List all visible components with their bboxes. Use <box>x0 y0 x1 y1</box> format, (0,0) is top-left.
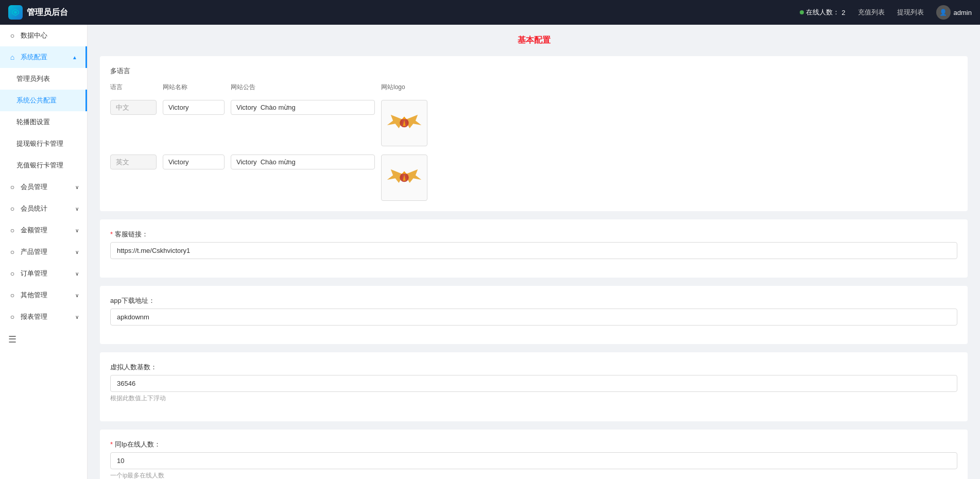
order-manage-chevron: ∨ <box>75 271 79 277</box>
other-manage-chevron: ∨ <box>75 293 79 298</box>
sidebar-item-banner[interactable]: 轮播图设置 <box>0 111 87 133</box>
header-logo: 管理员后台 <box>8 5 800 20</box>
online-dot <box>800 10 804 14</box>
lang-row-zh <box>110 100 957 146</box>
member-stats-chevron: ∨ <box>75 206 79 212</box>
online-number: 2 <box>841 9 845 16</box>
online-count-section: 在线人数： 2 <box>800 8 845 17</box>
same-ip-label: 同Ip在线人数： <box>110 440 957 449</box>
svg-marker-7 <box>402 171 407 174</box>
site-name-input-en[interactable] <box>163 155 225 169</box>
avatar-circle: 👤 <box>936 5 951 20</box>
customer-service-input[interactable] <box>110 242 957 259</box>
site-notice-input-zh[interactable] <box>231 100 375 115</box>
sidebar-label-data-center: 数据中心 <box>21 31 47 40</box>
sidebar-item-public-config[interactable]: 系统公共配置 <box>0 90 87 111</box>
sidebar-item-report-manage[interactable]: ○ 报表管理 ∨ <box>0 306 87 328</box>
sidebar-bottom-icon[interactable]: ☰ <box>0 328 87 351</box>
sidebar-label-report-manage: 报表管理 <box>21 312 47 321</box>
multilang-label: 多语言 <box>110 66 957 76</box>
admin-avatar[interactable]: 👤 admin <box>936 5 972 20</box>
product-manage-chevron: ∨ <box>75 249 79 255</box>
col-site-name: 网站名称 <box>163 83 187 91</box>
sidebar-label-other-manage: 其他管理 <box>21 290 47 300</box>
multilang-section: 多语言 语言 网站名称 网站公告 网站logo <box>100 56 968 211</box>
member-stats-icon: ○ <box>8 204 16 213</box>
header-title: 管理员后台 <box>27 7 68 18</box>
sidebar-item-system-config[interactable]: ⌂ 系统配置 ▲ <box>0 46 87 68</box>
sidebar-label-withdraw-card: 提现银行卡管理 <box>16 139 63 148</box>
lang-row-en <box>110 155 957 201</box>
sidebar: ○ 数据中心 ⌂ 系统配置 ▲ 管理员列表 系统公共配置 轮播图设置 提现银行卡… <box>0 25 88 479</box>
app-download-input[interactable] <box>110 309 957 326</box>
sidebar-label-system-config: 系统配置 <box>21 53 47 62</box>
member-manage-chevron: ∨ <box>75 184 79 190</box>
column-headers: 语言 网站名称 网站公告 网站logo <box>110 82 957 92</box>
sidebar-label-recharge-card: 充值银行卡管理 <box>16 161 63 170</box>
svg-marker-4 <box>402 116 407 119</box>
section-title: 基本配置 <box>100 35 968 46</box>
order-manage-icon: ○ <box>8 269 16 278</box>
app-download-section: app下载地址： <box>100 286 968 344</box>
member-manage-icon: ○ <box>8 183 16 191</box>
sidebar-label-member-stats: 会员统计 <box>21 204 47 213</box>
admin-name: admin <box>954 9 972 16</box>
sidebar-item-withdraw-card[interactable]: 提现银行卡管理 <box>0 133 87 155</box>
sidebar-item-member-manage[interactable]: ○ 会员管理 ∨ <box>0 176 87 198</box>
sidebar-item-order-manage[interactable]: ○ 订单管理 ∨ <box>0 263 87 284</box>
svg-marker-1 <box>14 11 17 14</box>
col-lang: 语言 <box>110 83 123 91</box>
money-manage-chevron: ∨ <box>75 228 79 233</box>
same-ip-hint: 一个ip最多在线人数 <box>110 471 957 479</box>
sidebar-label-product-manage: 产品管理 <box>21 247 47 256</box>
customer-service-label: 客服链接： <box>110 230 957 239</box>
sidebar-label-banner: 轮播图设置 <box>16 117 50 127</box>
site-notice-input-en[interactable] <box>231 155 375 169</box>
same-ip-section: 同Ip在线人数： 一个ip最多在线人数 <box>100 430 968 479</box>
logo-box-en[interactable] <box>381 155 427 201</box>
recharge-list-link[interactable]: 充值列表 <box>858 8 885 17</box>
sidebar-label-member-manage: 会员管理 <box>21 182 47 192</box>
sidebar-item-product-manage[interactable]: ○ 产品管理 ∨ <box>0 241 87 263</box>
system-config-chevron: ▲ <box>72 55 77 60</box>
same-ip-group: 同Ip在线人数： 一个ip最多在线人数 <box>110 440 957 479</box>
report-manage-chevron: ∨ <box>75 314 79 320</box>
sidebar-label-admin-list: 管理员列表 <box>16 74 50 83</box>
sidebar-item-member-stats[interactable]: ○ 会员统计 ∨ <box>0 198 87 219</box>
lang-input-en[interactable] <box>110 155 157 169</box>
col-site-logo: 网站logo <box>381 83 405 91</box>
content-area: 基本配置 多语言 语言 网站名称 网站公告 网站logo <box>88 25 980 479</box>
customer-service-section: 客服链接： <box>100 219 968 278</box>
online-label: 在线人数： <box>806 8 839 17</box>
data-center-icon: ○ <box>8 31 16 40</box>
app-download-group: app下载地址： <box>110 296 957 326</box>
customer-service-group: 客服链接： <box>110 230 957 259</box>
sidebar-label-public-config: 系统公共配置 <box>16 96 57 105</box>
sidebar-item-recharge-card[interactable]: 充值银行卡管理 <box>0 155 87 176</box>
main-layout: ○ 数据中心 ⌂ 系统配置 ▲ 管理员列表 系统公共配置 轮播图设置 提现银行卡… <box>0 25 980 479</box>
virtual-users-label: 虚拟人数基数： <box>110 363 957 372</box>
virtual-users-input[interactable] <box>110 375 957 392</box>
money-manage-icon: ○ <box>8 226 16 234</box>
sidebar-label-money-manage: 金额管理 <box>21 226 47 235</box>
sidebar-item-money-manage[interactable]: ○ 金额管理 ∨ <box>0 219 87 241</box>
virtual-users-hint: 根据此数值上下浮动 <box>110 394 957 403</box>
site-name-input-zh[interactable] <box>163 100 225 115</box>
system-config-icon: ⌂ <box>8 53 16 61</box>
sidebar-item-other-manage[interactable]: ○ 其他管理 ∨ <box>0 284 87 306</box>
product-manage-icon: ○ <box>8 248 16 256</box>
sidebar-label-order-manage: 订单管理 <box>21 269 47 278</box>
lang-input-zh[interactable] <box>110 100 157 115</box>
col-site-notice: 网站公告 <box>231 83 255 91</box>
withdraw-list-link[interactable]: 提现列表 <box>897 8 924 17</box>
logo-icon <box>8 5 23 20</box>
other-manage-icon: ○ <box>8 291 16 299</box>
report-manage-icon: ○ <box>8 313 16 321</box>
app-download-label: app下载地址： <box>110 296 957 305</box>
sidebar-item-data-center[interactable]: ○ 数据中心 <box>0 25 87 46</box>
sidebar-item-admin-list[interactable]: 管理员列表 <box>0 68 87 90</box>
virtual-users-section: 虚拟人数基数： 根据此数值上下浮动 <box>100 352 968 421</box>
logo-box-zh[interactable] <box>381 100 427 146</box>
same-ip-input[interactable] <box>110 452 957 469</box>
header-right: 在线人数： 2 充值列表 提现列表 👤 admin <box>800 5 972 20</box>
